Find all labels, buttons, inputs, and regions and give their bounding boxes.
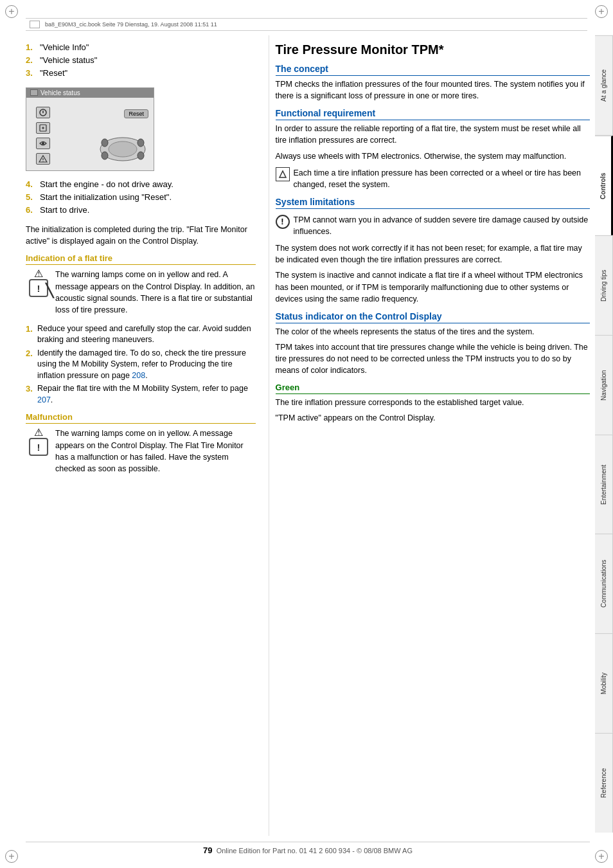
flat-tire-step-3: 3. Repair the flat tire with the M Mobil… — [26, 383, 256, 406]
intro-num-3: 3. — [26, 68, 37, 79]
step-6-text: Start to drive. — [40, 204, 89, 216]
intro-list: 1. "Vehicle Info" 2. "Vehicle status" 3.… — [26, 42, 256, 80]
init-text: The initialization is completed during t… — [26, 224, 256, 247]
malfunction-warning-row: ⚠ ! The warning lamps come on in yellow.… — [26, 426, 256, 478]
corner-mark-bl — [5, 850, 18, 863]
intro-num-1: 1. — [26, 42, 37, 53]
malfunction-icon-box: ⚠ ! — [26, 428, 51, 456]
step-5-text: Start the initialization using "Reset". — [40, 192, 172, 203]
flat-tire-step-2: 2. Identify the damaged tire. To do so, … — [26, 348, 256, 382]
step-6: 6. Start to drive. — [26, 204, 256, 216]
malfunction-warn-text: The warning lamps come on in yellow. A m… — [55, 428, 256, 475]
vs-title-text: Vehicle status — [40, 89, 80, 96]
system-limitations-header: System limitations — [276, 197, 590, 209]
step-6-num: 6. — [26, 204, 37, 216]
note-box-1: Each time a tire inflation pressure has … — [276, 167, 590, 190]
functional-section-header: Functional requirement — [276, 108, 590, 120]
concept-text: TPM checks the inflation pressures of th… — [276, 78, 590, 102]
corner-mark-br — [595, 850, 608, 863]
status-text1: The color of the wheels represents the s… — [276, 326, 590, 338]
page-footer: 79 Online Edition for Part no. 01 41 2 6… — [26, 842, 590, 855]
footer-text: Online Edition for Part no. 01 41 2 600 … — [217, 847, 413, 854]
vs-icon-2 — [36, 122, 50, 134]
green-text2: "TPM active" appears on the Control Disp… — [276, 412, 590, 424]
limitation-text1: The system does not work correctly if it… — [276, 242, 590, 266]
sidebar-tab-communications[interactable]: Communications — [595, 534, 613, 633]
step-5-num: 5. — [26, 192, 37, 203]
status-text2: TPM takes into account that tire pressur… — [276, 341, 590, 376]
concept-section-header: The concept — [276, 64, 590, 76]
page-title: Tire Pressure Monitor TPM* — [276, 42, 590, 57]
flat-tire-slash: ╲ — [46, 283, 53, 298]
sidebar-tab-entertainment[interactable]: Entertainment — [595, 435, 613, 534]
intro-num-2: 2. — [26, 55, 37, 66]
flat-tire-section-header: Indication of a flat tire — [26, 253, 256, 265]
warn-text: TPM cannot warn you in advance of sudden… — [294, 214, 590, 237]
corner-mark-tr — [595, 5, 608, 18]
flat-tire-exclamation: ! — [37, 283, 40, 294]
header-file-text: ba8_E90M3_cic.book Seite 79 Dienstag, 19… — [45, 21, 217, 28]
intro-item-2: 2. "Vehicle status" — [26, 55, 256, 66]
vs-icon-3 — [36, 138, 50, 149]
intro-text-3: "Reset" — [40, 68, 67, 79]
left-column: 1. "Vehicle Info" 2. "Vehicle status" 3.… — [26, 35, 269, 836]
svg-point-7 — [102, 152, 108, 159]
vs-right-area: Reset — [54, 107, 148, 165]
warn-excl-circle-icon: ! — [276, 215, 290, 229]
limitation-text2: The system is inactive and cannot indica… — [276, 269, 590, 304]
sidebar-tab-at-a-glance[interactable]: At a glance — [595, 35, 613, 136]
note1-text: Each time a tire inflation pressure has … — [294, 167, 590, 190]
page-number: 79 — [203, 845, 212, 855]
right-column: Tire Pressure Monitor TPM* The concept T… — [269, 35, 590, 836]
sidebar-tab-navigation[interactable]: Navigation — [595, 335, 613, 435]
note-triangle-icon — [276, 167, 290, 181]
svg-point-8 — [138, 152, 144, 159]
warn-box-1: ! TPM cannot warn you in advance of sudd… — [276, 214, 590, 237]
sidebar-tab-controls[interactable]: Controls — [595, 136, 613, 235]
svg-point-2 — [42, 142, 44, 145]
step-4-num: 4. — [26, 179, 37, 190]
sidebar-tab-driving-tips[interactable]: Driving tips — [595, 235, 613, 335]
ft-step-1-text: Reduce your speed and carefully stop the… — [37, 323, 256, 346]
flat-tire-icon-box: ⚠ ! ╲ — [26, 269, 51, 297]
status-section-header: Status indicator on the Control Display — [276, 311, 590, 323]
vs-left-icons — [31, 107, 54, 165]
flat-tire-steps-list: 1. Reduce your speed and carefully stop … — [26, 323, 256, 406]
intro-text-2: "Vehicle status" — [40, 55, 97, 66]
vs-reset-button[interactable]: Reset — [124, 109, 148, 118]
flat-tire-icon-top: ⚠ — [34, 269, 43, 279]
green-section-header: Green — [276, 383, 590, 394]
vs-icon-1 — [36, 107, 50, 118]
vs-title-icon — [30, 89, 38, 96]
intro-item-3: 3. "Reset" — [26, 68, 256, 79]
sidebar-tab-mobility[interactable]: Mobility — [595, 633, 613, 733]
link-page208[interactable]: 208 — [132, 371, 145, 380]
functional-text1: In order to assure the reliable reportin… — [276, 123, 590, 146]
vs-body: Reset — [26, 104, 154, 167]
step-4-text: Start the engine - do not drive away. — [40, 179, 173, 190]
flat-tire-icon-main: ! ╲ — [29, 279, 48, 297]
ft-step-1-num: 1. — [26, 323, 37, 335]
vs-car-image — [97, 133, 148, 165]
malfunction-section-header: Malfunction — [26, 412, 256, 424]
corner-mark-tl — [5, 5, 18, 18]
svg-point-6 — [138, 139, 144, 147]
ft-step-3-num: 3. — [26, 383, 37, 395]
intro-text-1: "Vehicle Info" — [40, 42, 89, 53]
malfunction-exclamation: ! — [37, 442, 40, 453]
steps-list: 4. Start the engine - do not drive away.… — [26, 179, 256, 217]
main-content: 1. "Vehicle Info" 2. "Vehicle status" 3.… — [26, 35, 590, 836]
svg-point-5 — [102, 139, 108, 147]
flat-tire-step-1: 1. Reduce your speed and carefully stop … — [26, 323, 256, 346]
sidebar-tab-reference[interactable]: Reference — [595, 733, 613, 833]
link-page207[interactable]: 207 — [37, 395, 51, 404]
svg-point-4 — [109, 141, 137, 157]
malfunction-icon-main: ! — [29, 438, 48, 456]
step-4: 4. Start the engine - do not drive away. — [26, 179, 256, 190]
vs-icon-4 — [36, 153, 50, 165]
ft-step-3-text: Repair the flat tire with the M Mobility… — [37, 383, 256, 406]
functional-text2: Always use wheels with TPM electronics. … — [276, 150, 590, 162]
vs-titlebar: Vehicle status — [26, 88, 154, 98]
header-book-icon — [30, 21, 40, 28]
vehicle-status-box: Vehicle status — [26, 87, 154, 171]
